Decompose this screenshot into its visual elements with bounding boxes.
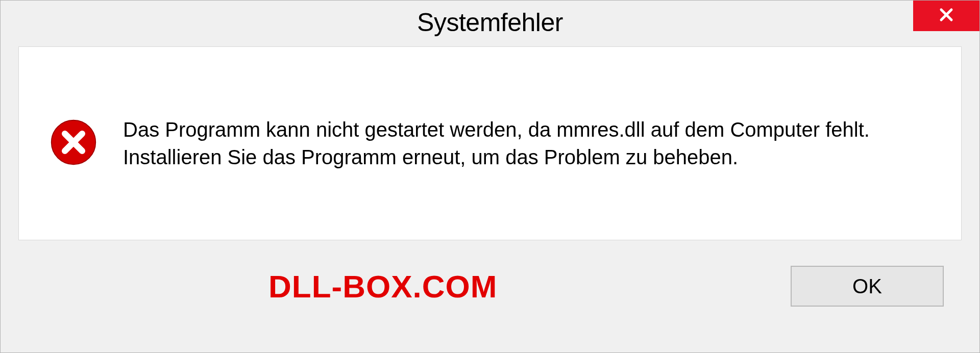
close-icon [938,7,954,25]
dialog-footer: DLL-BOX.COM OK [1,240,979,332]
close-button[interactable] [913,1,979,31]
content-panel: Das Programm kann nicht gestartet werden… [18,46,962,240]
titlebar: Systemfehler [1,1,979,44]
ok-button[interactable]: OK [791,266,944,307]
error-icon [50,118,97,168]
error-message: Das Programm kann nicht gestartet werden… [123,116,930,171]
watermark-text: DLL-BOX.COM [268,268,497,305]
dialog-title: Systemfehler [417,8,563,37]
error-dialog: Systemfehler Das Programm kann nicht ges… [0,0,980,353]
